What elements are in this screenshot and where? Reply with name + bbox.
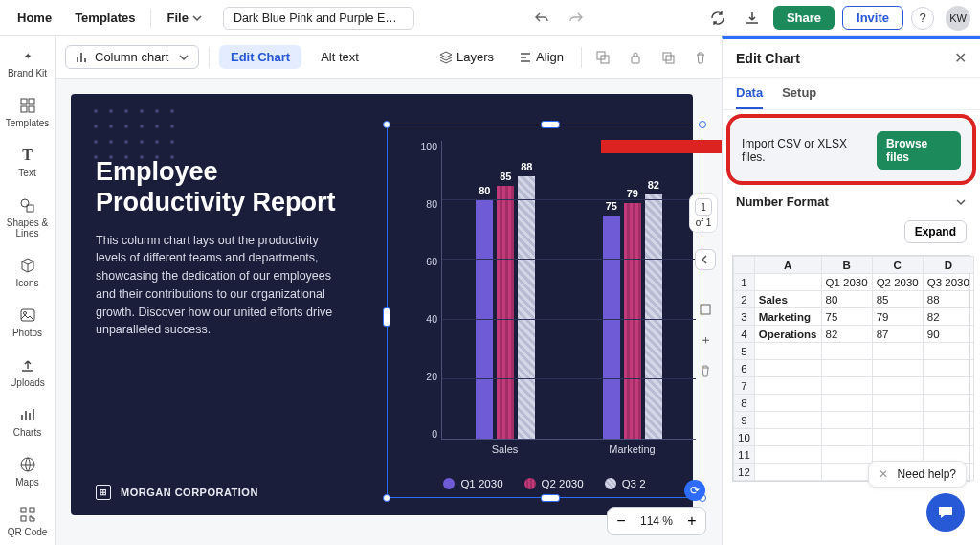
canvas-toolbar: Column chart Edit Chart Alt text Layers …: [56, 36, 722, 79]
rail-photos[interactable]: Photos: [0, 306, 55, 338]
zoom-in-button[interactable]: +: [679, 508, 705, 534]
layers-button[interactable]: Layers: [432, 46, 501, 68]
svg-rect-14: [632, 57, 639, 63]
doc-title-input[interactable]: Dark Blue Pink and Purple Employ...: [223, 7, 414, 30]
svg-rect-15: [663, 53, 671, 60]
invite-button[interactable]: Invite: [842, 6, 903, 30]
rail-label: Brand Kit: [8, 68, 47, 79]
help-close-icon[interactable]: ✕: [879, 467, 888, 481]
data-sheet[interactable]: ABCD1Q1 2030Q2 2030Q3 20302Sales8085883M…: [732, 255, 970, 482]
corp-label: MORGAN CORPORATION: [121, 487, 258, 498]
qrcode-icon: [18, 505, 37, 524]
svg-rect-11: [21, 516, 26, 521]
undo-button[interactable]: [528, 5, 555, 32]
upload-icon: [18, 355, 37, 375]
sync-icon[interactable]: [704, 5, 731, 32]
share-button[interactable]: Share: [773, 6, 835, 30]
rail-label: Maps: [15, 477, 38, 488]
page-indicator: 1 of 1: [689, 193, 718, 233]
sparkle-icon: ✦: [18, 46, 37, 65]
rail-brand-kit[interactable]: ✦Brand Kit: [0, 46, 55, 79]
svg-rect-9: [21, 508, 26, 512]
redo-button[interactable]: [563, 5, 590, 32]
browse-files-button[interactable]: Browse files: [877, 131, 961, 170]
delete-icon[interactable]: [689, 46, 712, 69]
align-icon: [519, 51, 532, 64]
corporation-footer: ⊞ MORGAN CORPORATION: [96, 485, 258, 500]
rail-qrcode[interactable]: QR Code: [0, 505, 55, 537]
expand-button[interactable]: Expand: [904, 220, 967, 243]
edit-chart-button[interactable]: Edit Chart: [219, 45, 301, 69]
svg-rect-1: [29, 99, 34, 104]
layers-label: Layers: [457, 50, 494, 64]
page-number[interactable]: 1: [695, 198, 712, 216]
svg-rect-0: [21, 99, 27, 104]
chart-type-select[interactable]: Column chart: [65, 45, 199, 69]
group-icon[interactable]: [591, 46, 614, 69]
decorative-dots: [94, 109, 176, 161]
column-chart-icon: [76, 51, 89, 64]
building-icon: ⊞: [96, 485, 111, 500]
lock-icon[interactable]: [624, 46, 647, 69]
tab-setup[interactable]: Setup: [782, 85, 816, 109]
chart-icon: [18, 405, 37, 424]
alt-text-button[interactable]: Alt text: [311, 45, 368, 69]
chat-fab[interactable]: [926, 493, 965, 532]
rail-label: Templates: [6, 118, 50, 128]
rail-label: Charts: [13, 427, 41, 438]
pan-tool-icon[interactable]: [695, 299, 716, 320]
globe-icon: [18, 455, 37, 474]
rail-icons[interactable]: Icons: [0, 256, 55, 288]
help-icon[interactable]: ?: [911, 7, 934, 30]
chart-type-label: Column chart: [95, 50, 168, 64]
file-menu[interactable]: File: [159, 7, 209, 29]
help-label: Need help?: [898, 467, 956, 481]
grid-icon: [18, 96, 37, 115]
svg-rect-10: [30, 508, 34, 512]
rail-uploads[interactable]: Uploads: [0, 355, 55, 388]
rail-text[interactable]: TText: [0, 146, 55, 178]
chevron-down-icon: [179, 53, 189, 62]
chevron-down-icon: [955, 196, 967, 208]
slide-title: Employee Productivity Report: [96, 157, 345, 218]
add-page-button[interactable]: ＋: [695, 329, 716, 351]
align-button[interactable]: Align: [511, 46, 571, 68]
arrow-annotation: [601, 132, 722, 161]
number-format-row[interactable]: Number Format: [723, 181, 980, 215]
chart-selection[interactable]: ⟳ 100806040200 808588757982 SalesMarketi…: [387, 125, 702, 498]
rail-maps[interactable]: Maps: [0, 455, 55, 488]
zoom-out-button[interactable]: −: [608, 508, 635, 534]
chart: 100806040200 808588757982: [416, 141, 696, 440]
rail-label: Icons: [16, 278, 39, 288]
tab-data[interactable]: Data: [736, 85, 763, 109]
close-icon[interactable]: ✕: [954, 49, 967, 67]
nav-home[interactable]: Home: [10, 7, 59, 29]
file-label: File: [167, 11, 188, 25]
rail-label: QR Code: [8, 527, 48, 537]
slide[interactable]: Employee Productivity Report This column…: [71, 94, 693, 515]
shapes-icon: [18, 195, 37, 215]
nav-templates[interactable]: Templates: [67, 7, 143, 29]
rail-templates[interactable]: Templates: [0, 96, 55, 128]
slide-body: This column chart lays out the productiv…: [96, 232, 345, 340]
canvas-area[interactable]: Employee Productivity Report This column…: [56, 79, 722, 545]
help-chip[interactable]: ✕ Need help?: [868, 461, 967, 488]
rail-label: Photos: [12, 328, 42, 338]
zoom-control: − 114 % +: [607, 507, 706, 535]
delete-page-button[interactable]: [695, 360, 716, 381]
avatar[interactable]: KW: [946, 6, 970, 31]
chart-legend: Q1 2030Q2 2030Q3 2: [388, 478, 702, 489]
rail-shapes[interactable]: Shapes & Lines: [0, 195, 55, 238]
svg-rect-2: [21, 106, 27, 112]
rail-charts[interactable]: Charts: [0, 405, 55, 438]
side-tools: ＋: [695, 299, 716, 381]
download-button[interactable]: [739, 5, 766, 32]
duplicate-icon[interactable]: [657, 46, 679, 69]
collapse-pages-button[interactable]: [695, 249, 716, 270]
svg-rect-18: [701, 305, 710, 314]
topbar: Home Templates File Dark Blue Pink and P…: [0, 0, 980, 36]
left-rail: ✦Brand Kit Templates TText Shapes & Line…: [0, 36, 56, 545]
import-box: Import CSV or XLSX files. Browse files: [730, 120, 972, 181]
zoom-value[interactable]: 114 %: [635, 514, 679, 528]
rail-label: Shapes & Lines: [0, 217, 55, 238]
